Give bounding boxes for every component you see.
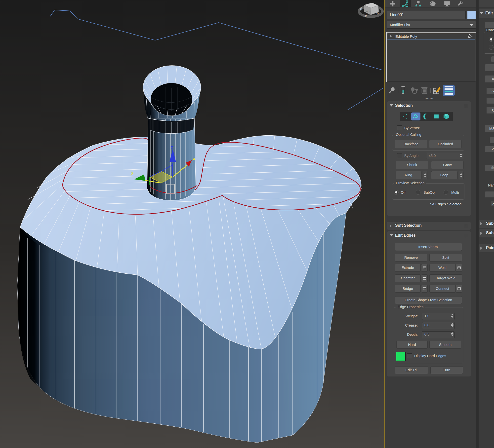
weld-settings-button[interactable] — [456, 264, 462, 272]
optional-culling-label: Optional Culling — [394, 133, 423, 137]
viewport-3d[interactable]: z x y LEFT N W S — [0, 0, 384, 448]
insert-vertex-button[interactable]: Insert Vertex — [395, 243, 462, 251]
attach-button[interactable]: A — [485, 75, 494, 83]
loop-spinner[interactable] — [459, 171, 463, 179]
grow-button[interactable]: Grow — [431, 161, 464, 169]
panel-resize-handle[interactable]: ••••••• — [425, 97, 434, 100]
display-hard-edges-checkbox[interactable] — [407, 353, 412, 358]
toolbar-separator — [430, 88, 431, 93]
subobject-vertex-button[interactable] — [401, 112, 410, 120]
make-unique-icon[interactable] — [410, 87, 418, 94]
edit-tri-button[interactable]: Edit Tri. — [395, 366, 428, 374]
rollout-selection-header[interactable]: Selection — [387, 103, 471, 109]
preview-subobj-radio[interactable] — [416, 190, 420, 195]
constraint-radio-selected[interactable] — [489, 37, 494, 42]
view-align-button[interactable]: V — [485, 146, 494, 152]
make-planar-button[interactable]: N — [490, 137, 494, 144]
constraint-radio[interactable] — [489, 45, 494, 50]
spinner-icon[interactable] — [451, 323, 453, 327]
modifier-list-label: Modifier List — [390, 23, 410, 27]
drag-grid-icon[interactable] — [464, 224, 468, 227]
neck-cylinder[interactable] — [143, 66, 201, 200]
target-weld-button[interactable]: Target Weld — [429, 274, 462, 282]
bridge-button[interactable]: Bridge — [395, 285, 421, 293]
repeat-last-button[interactable] — [485, 22, 494, 29]
subobject-element-button[interactable] — [442, 112, 451, 120]
depth-field[interactable]: 0.5 — [422, 331, 454, 338]
chamfer-button[interactable]: Chamfer — [395, 274, 421, 282]
connect-settings-button[interactable] — [456, 285, 462, 293]
subobject-polygon-button[interactable] — [432, 112, 441, 120]
rollout-closed-arrow-icon — [480, 231, 482, 235]
weld-button[interactable]: Weld — [429, 264, 455, 272]
hide-selected-button[interactable]: Hid — [485, 165, 494, 171]
constraints-group-label: Cons — [486, 28, 494, 32]
object-name-field[interactable]: Line001 — [387, 11, 466, 19]
drag-grid-icon[interactable] — [464, 104, 468, 108]
expand-arrow-icon[interactable] — [390, 35, 392, 38]
preview-off-radio[interactable] — [394, 190, 399, 195]
subobject-border-button[interactable] — [421, 112, 431, 120]
cut-button[interactable]: C — [486, 107, 494, 114]
split-button[interactable]: Split — [429, 254, 462, 261]
quickslice-button[interactable] — [486, 97, 494, 104]
ring-spinner[interactable] — [423, 171, 427, 179]
hard-edge-color-swatch[interactable] — [396, 352, 406, 361]
remove-modifier-icon[interactable] — [421, 86, 428, 94]
by-angle-checkbox[interactable] — [397, 153, 402, 158]
hard-button[interactable]: Hard — [396, 341, 428, 349]
bridge-settings-button[interactable] — [421, 285, 428, 293]
spinner-icon[interactable] — [451, 314, 453, 318]
chamfer-settings-button[interactable] — [421, 274, 428, 282]
tab-create[interactable] — [387, 0, 398, 7]
by-angle-field[interactable]: 45.0 — [426, 153, 463, 159]
configure-modifier-sets-icon[interactable] — [433, 86, 441, 94]
weight-field[interactable]: 1.0 — [422, 313, 454, 320]
tab-modify[interactable] — [400, 0, 411, 7]
panel-column-divider[interactable] — [476, 0, 479, 448]
connect-button[interactable]: Connect — [429, 285, 455, 293]
settings-window-icon — [457, 266, 461, 269]
smooth-button[interactable]: Smooth — [429, 341, 461, 349]
modifier-list-dropdown[interactable]: Modifier List — [387, 21, 476, 29]
stack-item-editable-poly[interactable]: Editable Poly — [387, 33, 475, 39]
msmooth-button[interactable]: MS — [485, 125, 494, 132]
ring-button[interactable]: Ring — [396, 171, 421, 179]
by-vertex-label: By Vertex — [404, 126, 420, 130]
spinner-icon[interactable] — [460, 153, 462, 158]
turn-button[interactable]: Turn — [430, 366, 463, 374]
shrink-button[interactable]: Shrink — [396, 161, 428, 169]
drag-grid-icon[interactable] — [464, 234, 468, 237]
tab-display[interactable] — [442, 0, 453, 7]
named-copy-button[interactable] — [485, 191, 494, 198]
spinner-icon[interactable] — [451, 332, 453, 336]
create-button[interactable] — [485, 64, 494, 72]
modifier-stack[interactable]: Editable Poly — [386, 32, 476, 82]
loop-button[interactable]: Loop — [431, 171, 457, 179]
gizmo-z-label: z — [171, 145, 173, 149]
slice-plane-button[interactable]: S — [486, 87, 494, 94]
preserve-uvs-checkbox[interactable] — [491, 56, 494, 62]
occluded-button[interactable]: Occluded — [429, 140, 462, 148]
delete-isolated-vertices-checkbox[interactable]: ✓ — [491, 201, 494, 206]
create-shape-button[interactable]: Create Shape From Selection — [395, 296, 462, 304]
backface-button[interactable]: Backface — [395, 140, 427, 148]
tab-motion[interactable] — [428, 0, 439, 7]
pin-stack-icon[interactable] — [388, 87, 396, 94]
modify-icon — [402, 0, 409, 7]
tab-utilities[interactable] — [455, 0, 466, 7]
subobject-edge-button[interactable] — [411, 112, 420, 120]
crease-field[interactable]: 0.0 — [422, 322, 454, 329]
extrude-button[interactable]: Extrude — [395, 264, 421, 272]
show-end-result-icon[interactable] — [401, 86, 406, 95]
preview-multi-radio[interactable] — [444, 190, 448, 195]
modifier-buttons-toggle[interactable] — [443, 85, 455, 96]
rollout-edit-edges-header[interactable]: Edit Edges — [387, 233, 471, 239]
extrude-settings-button[interactable] — [421, 264, 428, 272]
tab-hierarchy[interactable] — [413, 0, 424, 7]
by-vertex-checkbox[interactable] — [397, 125, 402, 130]
rollout-soft-selection[interactable]: Soft Selection — [387, 222, 471, 230]
remove-button[interactable]: Remove — [395, 254, 427, 261]
hierarchy-icon — [415, 0, 421, 7]
object-color-swatch[interactable] — [467, 11, 476, 19]
